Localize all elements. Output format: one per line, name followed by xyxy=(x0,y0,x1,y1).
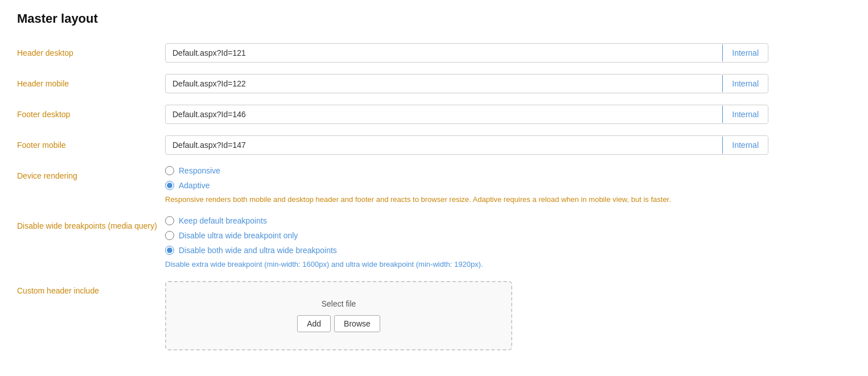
device-rendering-adaptive-option[interactable]: Adaptive xyxy=(165,181,851,190)
keep-default-radio[interactable] xyxy=(165,216,174,225)
select-file-label: Select file xyxy=(178,299,500,308)
device-rendering-responsive-radio[interactable] xyxy=(165,166,174,175)
device-rendering-adaptive-label: Adaptive xyxy=(179,181,209,190)
file-drop-zone: Select file Add Browse xyxy=(165,281,512,350)
device-rendering-label: Device rendering xyxy=(17,166,165,182)
disable-breakpoints-helper: Disable extra wide breakpoint (min-width… xyxy=(165,259,677,270)
custom-header-include-label: Custom header include xyxy=(17,281,165,297)
disable-ultra-only-option[interactable]: Disable ultra wide breakpoint only xyxy=(165,231,851,240)
header-mobile-input-group: Internal xyxy=(165,74,768,93)
device-rendering-adaptive-radio[interactable] xyxy=(165,181,174,190)
disable-breakpoints-radio-group: Keep default breakpoints Disable ultra w… xyxy=(165,216,851,255)
header-mobile-input[interactable] xyxy=(166,75,722,93)
header-desktop-input[interactable] xyxy=(166,44,722,62)
disable-breakpoints-row: Disable wide breakpoints (media query) K… xyxy=(17,216,851,270)
device-rendering-radio-group: Responsive Adaptive xyxy=(165,166,851,190)
footer-desktop-control: Internal xyxy=(165,105,851,124)
custom-header-include-row: Custom header include Select file Add Br… xyxy=(17,281,851,350)
disable-both-label: Disable both wide and ultra wide breakpo… xyxy=(179,246,337,255)
header-desktop-internal-button[interactable]: Internal xyxy=(722,44,768,61)
keep-default-option[interactable]: Keep default breakpoints xyxy=(165,216,851,225)
device-rendering-row: Device rendering Responsive Adaptive Res… xyxy=(17,166,851,205)
device-rendering-responsive-label: Responsive xyxy=(179,166,220,175)
device-rendering-helper: Responsive renders both mobile and deskt… xyxy=(165,195,677,205)
browse-file-button[interactable]: Browse xyxy=(334,315,380,332)
footer-desktop-input-group: Internal xyxy=(165,105,768,124)
footer-mobile-label: Footer mobile xyxy=(17,135,165,151)
footer-mobile-input[interactable] xyxy=(166,136,722,154)
header-desktop-control: Internal xyxy=(165,43,851,63)
footer-desktop-internal-button[interactable]: Internal xyxy=(722,106,768,123)
custom-header-include-control: Select file Add Browse xyxy=(165,281,851,350)
footer-mobile-row: Footer mobile Internal xyxy=(17,135,851,155)
header-desktop-label: Header desktop xyxy=(17,43,165,59)
disable-ultra-only-radio[interactable] xyxy=(165,231,174,240)
page-title: Master layout xyxy=(17,11,851,26)
disable-breakpoints-label: Disable wide breakpoints (media query) xyxy=(17,216,165,232)
header-mobile-label: Header mobile xyxy=(17,74,165,90)
footer-mobile-internal-button[interactable]: Internal xyxy=(722,137,768,154)
header-mobile-internal-button[interactable]: Internal xyxy=(722,75,768,92)
header-desktop-row: Header desktop Internal xyxy=(17,43,851,63)
footer-desktop-input[interactable] xyxy=(166,105,722,123)
disable-both-radio[interactable] xyxy=(165,246,174,255)
disable-ultra-only-label: Disable ultra wide breakpoint only xyxy=(179,231,298,240)
keep-default-label: Keep default breakpoints xyxy=(179,216,267,225)
footer-mobile-control: Internal xyxy=(165,135,851,155)
footer-mobile-input-group: Internal xyxy=(165,135,768,155)
file-buttons-group: Add Browse xyxy=(178,315,500,332)
add-file-button[interactable]: Add xyxy=(297,315,331,332)
header-desktop-input-group: Internal xyxy=(165,43,768,63)
device-rendering-control: Responsive Adaptive Responsive renders b… xyxy=(165,166,851,205)
footer-desktop-label: Footer desktop xyxy=(17,105,165,121)
disable-both-option[interactable]: Disable both wide and ultra wide breakpo… xyxy=(165,246,851,255)
device-rendering-responsive-option[interactable]: Responsive xyxy=(165,166,851,175)
disable-breakpoints-control: Keep default breakpoints Disable ultra w… xyxy=(165,216,851,270)
header-mobile-row: Header mobile Internal xyxy=(17,74,851,93)
header-mobile-control: Internal xyxy=(165,74,851,93)
footer-desktop-row: Footer desktop Internal xyxy=(17,105,851,124)
